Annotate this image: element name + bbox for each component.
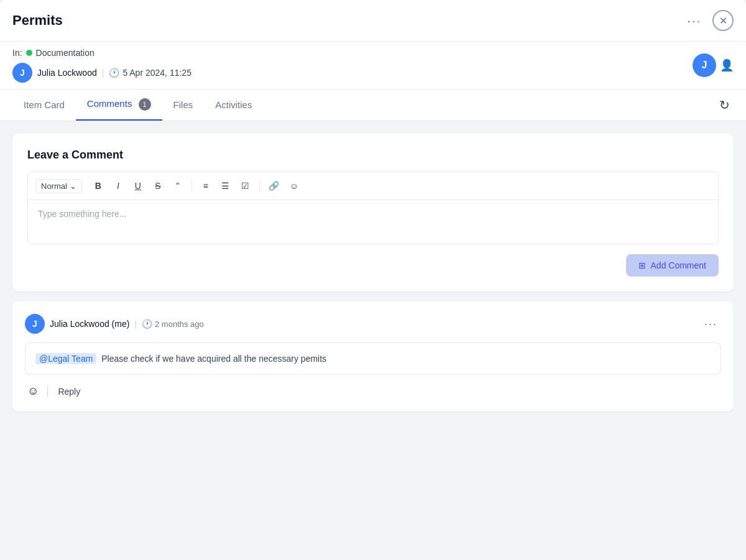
comment-author-name: Julia Lockwood (me) — [50, 319, 129, 329]
italic-button[interactable]: I — [109, 177, 127, 195]
comment-avatar: J — [25, 314, 45, 334]
editor-placeholder: Type something here... — [38, 209, 126, 219]
category-label: Documentation — [36, 48, 94, 58]
close-button[interactable]: ✕ — [712, 10, 734, 31]
timestamp: 🕐 5 Apr 2024, 11:25 — [109, 68, 191, 78]
add-comment-label: Add Comment — [651, 260, 706, 270]
chevron-down-icon: ⌄ — [70, 181, 76, 191]
tab-comments[interactable]: Comments 1 — [76, 90, 162, 121]
comment-card-title: Leave a Comment — [27, 149, 719, 162]
editor-toolbar: Normal ⌄ B I U S " ≡ ☰ — [28, 172, 718, 200]
comment-item: J Julia Lockwood (me) | 🕐 2 months ago ·… — [12, 301, 734, 411]
task-list-button[interactable]: ☑ — [237, 177, 254, 195]
add-comment-icon: ⊞ — [638, 260, 646, 270]
clock-icon: 🕐 — [109, 68, 119, 78]
task-list-icon: ☑ — [241, 181, 249, 191]
meta-left: In: Documentation J Julia Lockwood | 🕐 5… — [12, 48, 191, 83]
mention-tag[interactable]: @Legal Team — [35, 353, 96, 364]
comment-more-icon: ··· — [704, 318, 717, 330]
toolbar-divider-1 — [191, 180, 192, 192]
format-select[interactable]: Normal ⌄ — [35, 179, 82, 193]
header-actions: ··· ✕ — [682, 10, 734, 31]
tab-files[interactable]: Files — [162, 91, 205, 120]
leave-comment-card: Leave a Comment Normal ⌄ B I U S " — [12, 134, 734, 291]
status-dot — [26, 50, 32, 56]
meta-avatar: J — [693, 53, 716, 77]
page-title: Permits — [12, 12, 63, 29]
link-icon: 🔗 — [269, 181, 279, 191]
reaction-button[interactable]: ☺ — [25, 383, 41, 399]
assign-button[interactable]: 👤 — [720, 58, 734, 72]
strikethrough-button[interactable]: S — [149, 177, 167, 195]
reply-button[interactable]: Reply — [54, 385, 84, 398]
comment-header: J Julia Lockwood (me) | 🕐 2 months ago ·… — [25, 314, 721, 334]
comment-time-ago: 2 months ago — [155, 319, 204, 329]
reaction-icon: ☺ — [27, 385, 39, 397]
unordered-list-button[interactable]: ☰ — [217, 177, 234, 195]
author-row: J Julia Lockwood | 🕐 5 Apr 2024, 11:25 — [12, 63, 191, 83]
comment-time: 🕐 2 months ago — [142, 319, 204, 329]
format-select-label: Normal — [41, 181, 67, 191]
tabs-bar: Item Card Comments 1 Files Activities ↻ — [0, 90, 746, 121]
tab-comments-label: Comments — [87, 98, 132, 109]
comment-footer: ☺ Reply — [25, 383, 721, 399]
tab-activities[interactable]: Activities — [204, 91, 263, 120]
refresh-icon: ↻ — [719, 98, 730, 112]
toolbar-divider-2 — [259, 180, 260, 192]
ordered-list-button[interactable]: ≡ — [197, 177, 214, 195]
emoji-icon: ☺ — [290, 181, 298, 191]
header: Permits ··· ✕ — [0, 0, 746, 42]
comment-separator: | — [134, 319, 137, 329]
tab-activities-label: Activities — [215, 99, 252, 110]
emoji-button[interactable]: ☺ — [285, 177, 303, 195]
main-content: Leave a Comment Normal ⌄ B I U S " — [0, 121, 746, 560]
comment-body: @Legal Team Please check if we have acqu… — [25, 342, 721, 375]
add-comment-row: ⊞ Add Comment — [27, 254, 719, 277]
comment-author-info: J Julia Lockwood (me) | 🕐 2 months ago — [25, 314, 204, 334]
ordered-list-icon: ≡ — [203, 181, 208, 191]
date-value: 5 Apr 2024, 11:25 — [122, 68, 191, 78]
author-avatar: J — [12, 63, 32, 83]
editor-body[interactable]: Type something here... — [28, 200, 718, 244]
separator: | — [102, 68, 104, 78]
refresh-button[interactable]: ↻ — [716, 94, 734, 116]
footer-divider — [47, 386, 48, 397]
tab-files-label: Files — [173, 99, 193, 110]
comment-clock-icon: 🕐 — [142, 319, 152, 329]
meta-bar: In: Documentation J Julia Lockwood | 🕐 5… — [0, 42, 746, 90]
bold-button[interactable]: B — [90, 177, 107, 195]
tab-item-card-label: Item Card — [24, 99, 65, 110]
underline-button[interactable]: U — [129, 177, 147, 195]
comments-badge: 1 — [139, 98, 151, 111]
in-label: In: — [12, 48, 22, 58]
author-name: Julia Lockwood — [37, 68, 97, 78]
add-comment-button[interactable]: ⊞ Add Comment — [626, 254, 719, 277]
more-options-button[interactable]: ··· — [682, 11, 706, 30]
meta-right: J 👤 — [693, 53, 734, 77]
comment-more-button[interactable]: ··· — [701, 316, 721, 332]
editor-container: Normal ⌄ B I U S " ≡ ☰ — [27, 172, 719, 244]
tab-item-card[interactable]: Item Card — [12, 91, 76, 120]
tabs: Item Card Comments 1 Files Activities — [12, 90, 263, 121]
quote-icon: " — [176, 181, 179, 191]
person-icon: 👤 — [720, 59, 734, 71]
in-section: In: Documentation — [12, 48, 191, 58]
unordered-list-icon: ☰ — [221, 181, 229, 191]
link-button[interactable]: 🔗 — [265, 177, 283, 195]
comment-message: Please check if we have acquired all the… — [101, 354, 326, 364]
close-icon: ✕ — [719, 15, 727, 27]
quote-button[interactable]: " — [169, 177, 186, 195]
